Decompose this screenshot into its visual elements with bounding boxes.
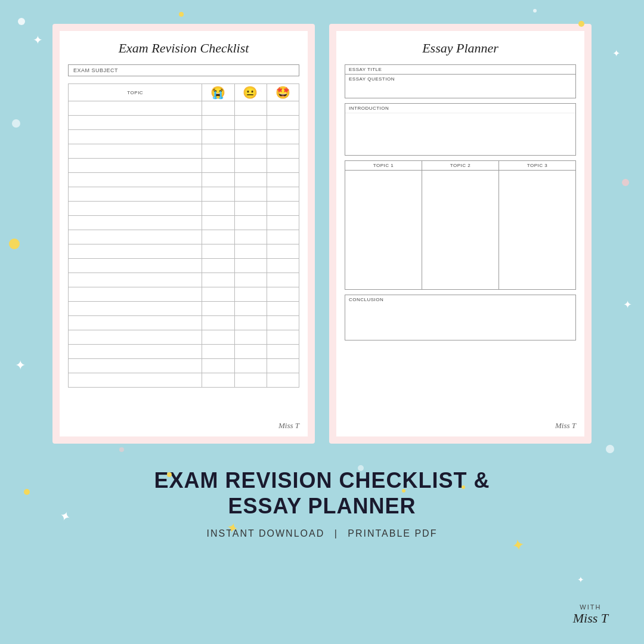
table-row — [69, 159, 299, 173]
table-row — [69, 230, 299, 244]
essay-title-field: ESSAY TITLE — [345, 64, 576, 75]
emoji-col-3: 🤩 — [267, 84, 299, 101]
subject-field: EXAM SUBJECT — [68, 64, 299, 76]
checklist-paper-card: Exam Revision Checklist EXAM SUBJECT TOP… — [52, 24, 315, 444]
table-row — [69, 216, 299, 230]
table-row — [69, 373, 299, 388]
topic2-body — [422, 171, 499, 290]
table-row — [69, 316, 299, 330]
essay-paper-card: Essay Planner ESSAY TITLE ESSAY QUESTION… — [329, 24, 592, 444]
conclusion-label: CONCLUSION — [345, 295, 575, 304]
essay-title: Essay Planner — [345, 41, 576, 56]
table-row — [69, 173, 299, 187]
essay-paper-inner: Essay Planner ESSAY TITLE ESSAY QUESTION… — [336, 31, 584, 436]
essay-fields-group: ESSAY TITLE ESSAY QUESTION — [345, 64, 576, 98]
checklist-title: Exam Revision Checklist — [68, 41, 299, 56]
topic3-header: TOPIC 3 — [499, 161, 576, 171]
table-row — [69, 202, 299, 216]
introduction-label: INTRODUCTION — [345, 104, 575, 113]
papers-row: Exam Revision Checklist EXAM SUBJECT TOP… — [36, 24, 608, 444]
table-row — [69, 330, 299, 345]
brand-with-text: WITH — [573, 603, 608, 611]
topic2-header: TOPIC 2 — [422, 161, 499, 171]
subtitle-right: PRINTABLE PDF — [348, 528, 437, 538]
main-title: EXAM REVISION CHECKLIST & ESSAY PLANNER — [154, 467, 490, 519]
subtitle-left: INSTANT DOWNLOAD — [207, 528, 325, 538]
table-row — [69, 359, 299, 373]
subtitle: INSTANT DOWNLOAD | PRINTABLE PDF — [154, 528, 490, 539]
conclusion-section: CONCLUSION — [345, 295, 576, 340]
topic1-header: TOPIC 1 — [345, 161, 422, 171]
checklist-table: TOPIC 😭 😐 🤩 — [68, 83, 299, 388]
table-row — [69, 116, 299, 130]
bottom-section: EXAM REVISION CHECKLIST & ESSAY PLANNER … — [154, 467, 490, 539]
table-row — [69, 244, 299, 259]
introduction-section: INTRODUCTION — [345, 103, 576, 156]
table-row — [69, 101, 299, 116]
checklist-paper-inner: Exam Revision Checklist EXAM SUBJECT TOP… — [60, 31, 308, 436]
topic-col-header: TOPIC — [69, 84, 202, 101]
table-row — [69, 187, 299, 202]
essay-signature: Miss T — [555, 421, 576, 431]
brand-section: WITH Miss T — [573, 603, 608, 626]
table-row — [69, 130, 299, 144]
main-title-line2: ESSAY PLANNER — [228, 494, 416, 518]
essay-question-field: ESSAY QUESTION — [345, 75, 576, 98]
topics-table: TOPIC 1 TOPIC 2 TOPIC 3 — [345, 160, 576, 290]
table-row — [69, 302, 299, 316]
emoji-col-2: 😐 — [234, 84, 267, 101]
table-row — [69, 144, 299, 159]
brand-name: Miss T — [573, 611, 608, 626]
emoji-col-1: 😭 — [202, 84, 234, 101]
conclusion-body — [345, 304, 575, 340]
subtitle-separator: | — [335, 528, 338, 538]
main-title-line1: EXAM REVISION CHECKLIST & — [154, 468, 490, 493]
table-row — [69, 259, 299, 273]
table-row — [69, 345, 299, 359]
table-row — [69, 287, 299, 302]
table-row — [69, 273, 299, 287]
topic3-body — [499, 171, 576, 290]
checklist-signature: Miss T — [278, 421, 299, 431]
topic1-body — [345, 171, 422, 290]
introduction-body — [345, 113, 575, 155]
